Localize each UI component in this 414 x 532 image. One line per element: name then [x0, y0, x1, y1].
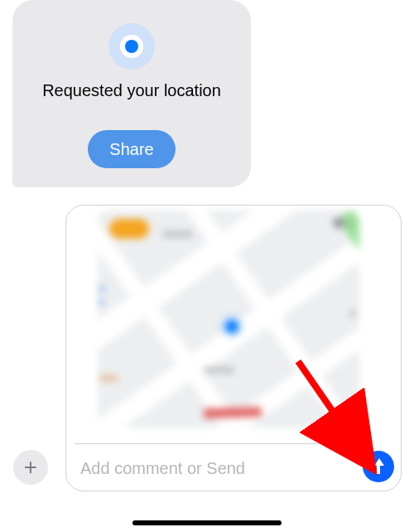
share-location-button[interactable]: Share [88, 130, 176, 168]
map-poi-dot [333, 217, 344, 229]
messages-screen: Requested your location Share ec ta xxxx… [0, 0, 414, 532]
map-label: xxxxx [162, 227, 192, 239]
add-attachment-button[interactable]: + [13, 450, 48, 485]
current-location-dot [222, 317, 242, 336]
map-attachment-preview[interactable]: ec ta xxxxx xxxxx x 1 xxx [98, 210, 359, 428]
map-label: xxx [99, 371, 118, 384]
map-label: ec [98, 282, 106, 294]
location-request-text: Requested your location [42, 81, 221, 100]
home-indicator [132, 520, 282, 525]
divider [75, 443, 353, 444]
comment-input[interactable] [79, 446, 351, 491]
send-button[interactable] [363, 451, 394, 482]
map-label: xxxxx [204, 363, 233, 375]
location-icon [108, 23, 155, 70]
map-label: ta [98, 295, 104, 307]
map-detail [204, 407, 262, 418]
location-request-bubble: Requested your location Share [12, 0, 251, 187]
map-label: x [350, 307, 356, 319]
map-label: 1 [347, 217, 353, 230]
message-composer: ec ta xxxxx xxxxx x 1 xxx [65, 205, 402, 491]
arrow-up-icon [372, 460, 385, 473]
